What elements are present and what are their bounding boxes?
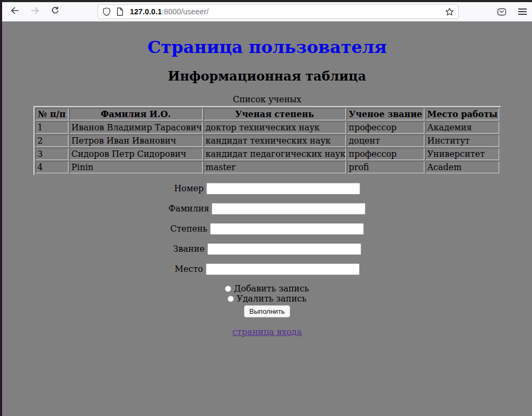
rank-field[interactable]	[207, 243, 361, 255]
cell-rank: доцент	[347, 135, 424, 147]
number-label: Номер	[174, 183, 204, 193]
scientists-table: Список ученых № п/п Фамилия И.О. Ученая …	[33, 94, 501, 175]
radio-row-delete: Удалить запись	[2, 294, 532, 304]
menu-icon[interactable]	[518, 8, 527, 15]
table-row: 1 Иванов Владимир Тарасович доктор техни…	[36, 121, 499, 134]
back-arrow-icon	[11, 6, 19, 17]
shield-icon[interactable]	[102, 7, 111, 16]
table-row: 2 Петров Иван Иванович кандидат техничес…	[36, 135, 499, 147]
delete-record-label: Удалить запись	[237, 294, 307, 304]
login-page-link[interactable]: страница входа	[232, 327, 302, 337]
bookmark-star-icon[interactable]	[445, 7, 454, 16]
page-subtitle: Информационная таблица	[2, 68, 532, 84]
form-row-number: Номер	[2, 183, 532, 194]
url-text[interactable]: 127.0.0.1:8000/useeer/	[130, 7, 445, 16]
cell-degree: master	[204, 161, 346, 173]
cell-degree: кандидат педагогических наук	[204, 148, 346, 160]
forward-button[interactable]	[28, 4, 42, 19]
number-field[interactable]	[206, 183, 360, 194]
cell-number: 3	[36, 148, 68, 160]
cell-surname: Сидоров Петр Сидорович	[69, 148, 203, 160]
surname-label: Фамилия	[169, 203, 210, 214]
forward-arrow-icon	[31, 6, 39, 17]
cell-surname: Петров Иван Иванович	[69, 135, 203, 147]
add-record-radio[interactable]	[225, 286, 231, 292]
degree-label: Степень	[170, 224, 207, 234]
cell-workplace: Институт	[425, 135, 499, 147]
link-row: страница входа	[2, 327, 532, 337]
cell-rank: profi	[347, 161, 424, 173]
header-surname: Фамилия И.О.	[69, 108, 203, 120]
reload-button[interactable]	[48, 4, 63, 19]
page-title: Страница пользователя	[2, 37, 532, 57]
cell-workplace: Академия	[425, 121, 499, 134]
cell-degree: кандидат технических наук	[204, 135, 346, 147]
form-row-surname: Фамилия	[2, 203, 532, 215]
cell-workplace: Academ	[425, 161, 499, 173]
cell-number: 4	[36, 161, 68, 173]
reload-icon	[51, 6, 59, 17]
record-form: Номер Фамилия Степень Звание Место Добав…	[2, 183, 532, 317]
form-row-degree: Степень	[2, 223, 532, 235]
address-bar[interactable]: 127.0.0.1:8000/useeer/	[98, 4, 459, 19]
form-row-rank: Звание	[2, 243, 532, 255]
page-icon[interactable]	[116, 7, 124, 16]
page-content: Страница пользователя Информационная таб…	[2, 22, 532, 337]
surname-field[interactable]	[212, 203, 365, 215]
cell-degree: доктор технических наук	[204, 121, 346, 134]
delete-record-radio[interactable]	[228, 296, 234, 302]
table-row: 4 Pinin master profi Academ	[36, 161, 499, 173]
header-workplace: Место работы	[425, 108, 499, 120]
cell-number: 1	[36, 121, 68, 134]
cell-surname: Pinin	[69, 161, 203, 173]
back-button[interactable]	[7, 4, 22, 19]
cell-workplace: Университет	[425, 148, 499, 160]
cell-surname: Иванов Владимир Тарасович	[69, 121, 203, 134]
header-degree: Ученая степень	[204, 108, 346, 120]
add-record-label: Добавить запись	[234, 284, 309, 294]
table-caption: Список ученых	[33, 94, 501, 106]
place-field[interactable]	[206, 263, 360, 275]
cell-rank: профессор	[347, 121, 424, 134]
table-header-row: № п/п Фамилия И.О. Ученая степень Ученое…	[36, 108, 499, 120]
url-path: :8000/useeer/	[162, 7, 208, 16]
form-row-place: Место	[2, 263, 532, 275]
cell-rank: профессор	[347, 148, 424, 160]
degree-field[interactable]	[210, 223, 364, 235]
pocket-icon[interactable]	[497, 7, 507, 16]
radio-row-add: Добавить запись	[2, 284, 532, 294]
header-rank: Ученое звание	[347, 108, 424, 120]
rank-label: Звание	[173, 244, 204, 254]
table-row: 3 Сидоров Петр Сидорович кандидат педаго…	[36, 148, 499, 160]
cell-number: 2	[36, 135, 68, 147]
button-row: Выполнить	[2, 305, 532, 317]
header-number: № п/п	[36, 108, 68, 120]
url-host: 127.0.0.1	[130, 7, 162, 16]
execute-button[interactable]: Выполнить	[244, 305, 290, 317]
place-label: Место	[175, 264, 203, 274]
browser-window: 127.0.0.1:8000/useeer/ Страница пользова…	[0, 0, 532, 416]
browser-toolbar: 127.0.0.1:8000/useeer/	[2, 2, 532, 22]
